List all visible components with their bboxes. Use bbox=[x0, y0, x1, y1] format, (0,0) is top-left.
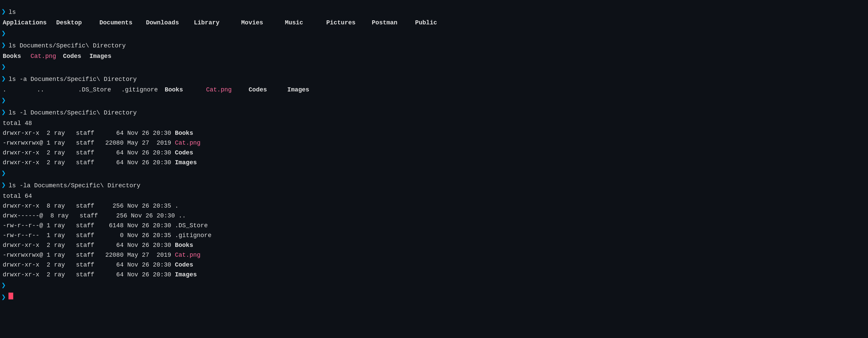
prompt-line-2: ❯ bbox=[1, 28, 867, 40]
prompt-line-6: ❯ bbox=[1, 280, 867, 292]
prompt-arrow-4: ❯ bbox=[1, 62, 6, 73]
ls-la-row-1: drwxr-xr-x 8 ray staff 256 Nov 26 20:35 … bbox=[1, 201, 867, 211]
prompt-line-4: ❯ bbox=[1, 95, 867, 107]
cursor-line[interactable]: ❯ bbox=[1, 292, 867, 303]
cmd-line-3: ❯ ls -a Documents/Specific\ Directory bbox=[1, 73, 867, 85]
ls-la-row-4: -rw-r--r-- 1 ray staff 0 Nov 26 20:35 .g… bbox=[1, 231, 867, 240]
ls-l-row-4: drwxr-xr-x 2 ray staff 64 Nov 26 20:30 I… bbox=[1, 158, 867, 168]
item-catpng-1: Cat.png bbox=[31, 52, 56, 61]
lsla-codes: Codes bbox=[175, 260, 193, 270]
ls-la-row-7: drwxr-xr-x 2 ray staff 64 Nov 26 20:30 C… bbox=[1, 260, 867, 270]
item-dot: . bbox=[3, 85, 6, 94]
lsl-images: Images bbox=[175, 158, 197, 167]
lsla-images: Images bbox=[175, 270, 197, 279]
lsla-catpng: Cat.png bbox=[175, 251, 201, 260]
lsl-codes: Codes bbox=[175, 148, 193, 157]
terminal-cursor[interactable] bbox=[8, 293, 13, 299]
cmd-line-4: ❯ ls -l Documents/Specific\ Directory bbox=[1, 107, 867, 119]
command-ls-la-docs: ls -la Documents/Specific\ Directory bbox=[8, 181, 140, 190]
prompt-arrow-10: ❯ bbox=[1, 280, 6, 291]
ls-la-row-3: -rw-r--r--@ 1 ray staff 6148 Nov 26 20:3… bbox=[1, 221, 867, 231]
dir-public: Public bbox=[415, 18, 437, 27]
terminal: ❯ ls Applications Desktop Documents Down… bbox=[0, 3, 868, 306]
ls-la-row-6: -rwxrwxrwx@ 1 ray staff 22080 May 27 201… bbox=[1, 250, 867, 260]
dir-desktop: Desktop bbox=[56, 18, 82, 27]
ls-a-output: . .. .DS_Store .gitignore Books Cat.png … bbox=[1, 85, 867, 95]
prompt-line-5: ❯ bbox=[1, 168, 867, 179]
prompt-arrow-6: ❯ bbox=[1, 95, 6, 106]
dir-music: Music bbox=[285, 18, 303, 27]
item-images-2: Images bbox=[287, 85, 309, 94]
ls-l-row-3: drwxr-xr-x 2 ray staff 64 Nov 26 20:30 C… bbox=[1, 148, 867, 158]
lsla-books: Books bbox=[175, 241, 193, 250]
ls-la-row-2: drwx------@ 8 ray staff 256 Nov 26 20:30… bbox=[1, 211, 867, 221]
dir-documents: Documents bbox=[99, 18, 132, 27]
command-ls-l-docs: ls -l Documents/Specific\ Directory bbox=[8, 108, 137, 118]
command-ls-a-docs: ls -a Documents/Specific\ Directory bbox=[8, 75, 137, 84]
item-dsstore-1: .DS_Store bbox=[78, 85, 111, 94]
item-codes-2: Codes bbox=[249, 85, 267, 94]
lsl-catpng: Cat.png bbox=[175, 139, 201, 148]
item-books-2: Books bbox=[165, 85, 183, 94]
ls-la-row-5: drwxr-xr-x 2 ray staff 64 Nov 26 20:30 B… bbox=[1, 240, 867, 250]
cmd-line-5: ❯ ls -la Documents/Specific\ Directory bbox=[1, 179, 867, 191]
prompt-arrow-11: ❯ bbox=[1, 292, 6, 303]
dir-movies: Movies bbox=[241, 18, 263, 27]
prompt-arrow-2: ❯ bbox=[1, 28, 6, 39]
dir-downloads: Downloads bbox=[146, 18, 179, 27]
dir-pictures: Pictures bbox=[326, 18, 355, 27]
command-ls-docs: ls Documents/Specific\ Directory bbox=[8, 41, 126, 50]
prompt-arrow-9: ❯ bbox=[1, 180, 6, 191]
prompt-arrow-5: ❯ bbox=[1, 73, 6, 85]
command-ls: ls bbox=[8, 8, 16, 17]
ls-output: Applications Desktop Documents Downloads… bbox=[1, 18, 867, 28]
total-64: total 64 bbox=[1, 191, 867, 201]
prompt-arrow-7: ❯ bbox=[1, 107, 6, 118]
total-48: total 48 bbox=[1, 119, 867, 128]
ls-l-row-1: drwxr-xr-x 2 ray staff 64 Nov 26 20:30 B… bbox=[1, 128, 867, 138]
prompt-arrow-1: ❯ bbox=[1, 6, 6, 18]
dir-postman: Postman bbox=[372, 18, 398, 27]
lsl-books: Books bbox=[175, 129, 193, 138]
item-dotdot: .. bbox=[37, 85, 44, 94]
item-books-1: Books bbox=[3, 52, 21, 61]
item-images-1: Images bbox=[90, 52, 112, 61]
item-codes-1: Codes bbox=[63, 52, 81, 61]
dir-applications: Applications bbox=[3, 18, 47, 27]
prompt-arrow-8: ❯ bbox=[1, 168, 6, 179]
cmd-line-2: ❯ ls Documents/Specific\ Directory bbox=[1, 40, 867, 51]
prompt-line-1: ❯ ls bbox=[1, 6, 867, 18]
ls-l-row-2: -rwxrwxrwx@ 1 ray staff 22080 May 27 201… bbox=[1, 138, 867, 148]
prompt-arrow-3: ❯ bbox=[1, 40, 6, 51]
ls-docs-output: Books Cat.png Codes Images bbox=[1, 51, 867, 61]
prompt-line-3: ❯ bbox=[1, 61, 867, 73]
dir-library: Library bbox=[194, 18, 220, 27]
item-gitignore-1: .gitignore bbox=[121, 85, 158, 94]
item-catpng-2: Cat.png bbox=[206, 85, 232, 94]
ls-la-row-8: drwxr-xr-x 2 ray staff 64 Nov 26 20:30 I… bbox=[1, 270, 867, 280]
